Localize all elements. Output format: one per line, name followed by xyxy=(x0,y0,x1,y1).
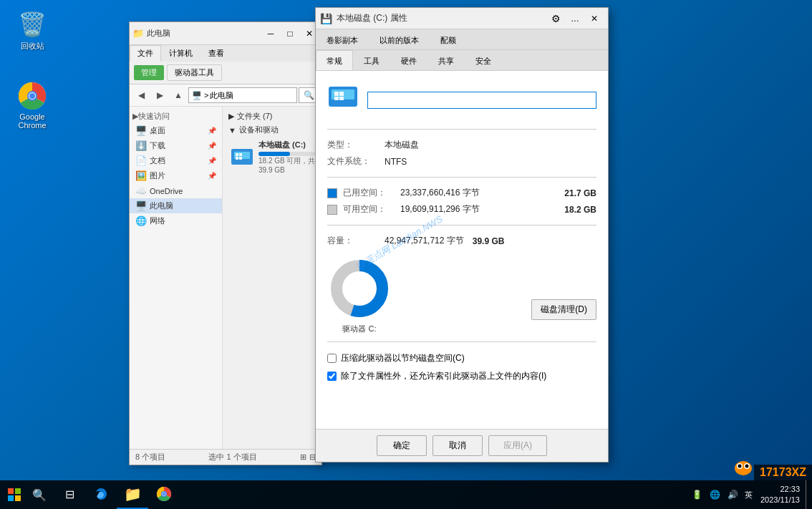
explorer-nav: ◀ ▶ ▲ 🖥️ > 此电脑 🔍 xyxy=(130,84,322,107)
apply-button[interactable]: 应用(A) xyxy=(488,435,547,456)
tab-security[interactable]: 安全 xyxy=(465,52,502,70)
file-explorer-window: 📁 此电脑 ─ □ ✕ 文件 计算机 查看 管理 驱动器工具 ◀ ▶ ▲ xyxy=(129,21,322,465)
clock-time: 22:33 xyxy=(760,484,800,495)
divider-3 xyxy=(327,225,596,226)
tab-shadow-copy[interactable]: 卷影副本 xyxy=(316,31,369,49)
manage-btn[interactable]: 管理 xyxy=(134,65,164,80)
address-bar[interactable]: 🖥️ > 此电脑 xyxy=(188,87,297,103)
taskbar-search-btn[interactable]: 🔍 xyxy=(29,480,50,509)
dialog-settings-btn[interactable]: ⚙ xyxy=(546,10,565,27)
tab-hardware[interactable]: 硬件 xyxy=(390,52,427,70)
sidebar-item-desktop[interactable]: 🖥️ 桌面 📌 xyxy=(130,123,222,138)
svg-rect-15 xyxy=(334,97,339,100)
dialog-footer: 确定 取消 应用(A) xyxy=(316,429,608,462)
tab-previous-versions[interactable]: 以前的版本 xyxy=(369,31,430,49)
svg-rect-13 xyxy=(334,92,339,96)
nav-up-btn[interactable]: ▲ xyxy=(170,87,187,104)
desktop-icon-recycle-bin[interactable]: 🗑️ 回收站 xyxy=(7,7,57,54)
svg-point-4 xyxy=(29,93,35,99)
devices-section-header[interactable]: ▼ 设备和驱动 xyxy=(226,123,319,137)
tab-sharing[interactable]: 共享 xyxy=(427,52,465,70)
index-checkbox[interactable] xyxy=(327,372,337,381)
view-details-icon[interactable]: ⊞ xyxy=(300,452,306,462)
network-icon: 🌐 xyxy=(135,215,147,226)
nav-forward-btn[interactable]: ▶ xyxy=(151,87,168,104)
donut-chart-container: 驱动器 C: xyxy=(327,256,392,334)
svg-point-27 xyxy=(163,493,165,495)
recycle-bin-label: 回收站 xyxy=(21,41,44,52)
sidebar-item-docs[interactable]: 📄 文档 📌 xyxy=(130,153,222,168)
free-gb: 18.2 GB xyxy=(564,205,596,215)
drive-name-input[interactable] xyxy=(367,92,596,109)
ok-button[interactable]: 确定 xyxy=(377,435,427,456)
taskbar-file-explorer[interactable]: 📁 xyxy=(117,480,148,509)
cancel-button[interactable]: 取消 xyxy=(432,435,483,456)
taskbar-edge[interactable] xyxy=(85,480,117,509)
fs-value: NTFS xyxy=(385,157,407,167)
recycle-bin-icon: 🗑️ xyxy=(18,10,47,39)
compress-checkbox-row: 压缩此驱动器以节约磁盘空间(C) xyxy=(327,349,596,367)
type-value: 本地磁盘 xyxy=(385,139,419,151)
desktop: 🗑️ 回收站 Google Chrome 📁 xyxy=(0,0,812,509)
tray-network-icon[interactable]: 🌐 xyxy=(707,480,723,509)
onedrive-icon: ☁️ xyxy=(135,185,147,196)
pictures-icon: 🖼️ xyxy=(135,170,147,181)
sidebar-item-downloads[interactable]: ⬇️ 下载 📌 xyxy=(130,138,222,153)
ribbon-tab-file[interactable]: 文件 xyxy=(130,45,161,62)
dialog-more-btn[interactable]: … xyxy=(566,10,584,27)
ribbon-tab-computer[interactable]: 计算机 xyxy=(161,45,200,62)
used-space-row: 已用空间： 23,337,660,416 字节 21.7 GB xyxy=(327,185,596,201)
tray-volume-icon[interactable]: 🔊 xyxy=(725,480,741,509)
taskbar-clock[interactable]: 22:33 2023/11/13 xyxy=(756,484,804,506)
dialog-close-btn[interactable]: ✕ xyxy=(585,10,604,27)
explorer-main: ▶ 文件夹 (7) ▼ 设备和驱动 xyxy=(223,107,322,449)
svg-rect-20 xyxy=(15,488,21,494)
desktop-icon-chrome[interactable]: Google Chrome xyxy=(7,79,57,132)
driver-tools-btn[interactable]: 驱动器工具 xyxy=(167,64,222,81)
used-label: 已用空间： xyxy=(343,187,400,199)
taskbar-apps: ⊟ 📁 xyxy=(50,480,689,509)
explorer-maximize-btn[interactable]: □ xyxy=(281,25,299,42)
tray-battery-icon[interactable]: 🔋 xyxy=(689,480,705,509)
svg-rect-8 xyxy=(239,153,242,156)
explorer-minimize-btn[interactable]: ─ xyxy=(261,25,280,42)
taskbar-task-view[interactable]: ⊟ xyxy=(54,480,85,509)
owl-logo xyxy=(732,457,755,479)
taskbar-chrome[interactable] xyxy=(148,480,180,509)
explorer-ribbon-bar: 管理 驱动器工具 xyxy=(130,62,322,84)
free-bytes: 19,609,911,296 字节 xyxy=(400,203,559,215)
disk-clean-btn[interactable]: 磁盘清理(D) xyxy=(531,299,596,320)
tab-quota[interactable]: 配额 xyxy=(430,31,467,49)
type-row: 类型： 本地磁盘 xyxy=(327,137,596,153)
ribbon-tab-view[interactable]: 查看 xyxy=(200,45,232,62)
svg-rect-7 xyxy=(236,153,238,156)
start-button[interactable] xyxy=(0,480,29,509)
drive-label-below: 驱动器 C: xyxy=(342,324,376,334)
dialog-titlebar: 💾 本地磁盘 (C:) 属性 ⚙ … ✕ xyxy=(316,8,608,29)
status-count: 8 个项目 xyxy=(135,452,165,462)
disk-chart-section: 驱动器 C: 磁盘清理(D) xyxy=(327,256,596,334)
sidebar-thispc-label: 此电脑 xyxy=(150,200,173,211)
tray-show-desktop[interactable] xyxy=(806,480,808,509)
clock-date: 2023/11/13 xyxy=(760,495,800,505)
taskbar: 🔍 ⊟ 📁 xyxy=(0,480,812,509)
sidebar-item-pictures[interactable]: 🖼️ 图片 📌 xyxy=(130,168,222,183)
drive-c-item[interactable]: 本地磁盘 (C:) 18.2 GB 可用，共 39.9 GB xyxy=(226,137,319,177)
folders-section-header[interactable]: ▶ 文件夹 (7) xyxy=(226,110,319,123)
compress-checkbox[interactable] xyxy=(327,354,337,363)
sidebar-item-thispc[interactable]: 🖥️ 此电脑 xyxy=(130,198,222,213)
type-label: 类型： xyxy=(327,139,385,151)
tab-tools[interactable]: 工具 xyxy=(353,52,390,70)
drive-c-size: 18.2 GB 可用，共 39.9 GB xyxy=(258,156,316,174)
free-color-box xyxy=(327,205,337,215)
sidebar-item-onedrive[interactable]: ☁️ OneDrive xyxy=(130,183,222,198)
tray-lang-icon[interactable]: 英 xyxy=(743,480,755,509)
nav-back-btn[interactable]: ◀ xyxy=(132,87,150,104)
sidebar-docs-label: 文档 xyxy=(150,155,165,166)
quick-access-header[interactable]: ▶ 快速访问 xyxy=(130,110,222,123)
sidebar-pictures-label: 图片 xyxy=(150,170,165,181)
svg-rect-16 xyxy=(339,97,344,100)
capacity-bytes: 42,947,571,712 字节 xyxy=(385,235,464,247)
tab-general[interactable]: 常规 xyxy=(316,50,353,70)
sidebar-item-network[interactable]: 🌐 网络 xyxy=(130,213,222,228)
